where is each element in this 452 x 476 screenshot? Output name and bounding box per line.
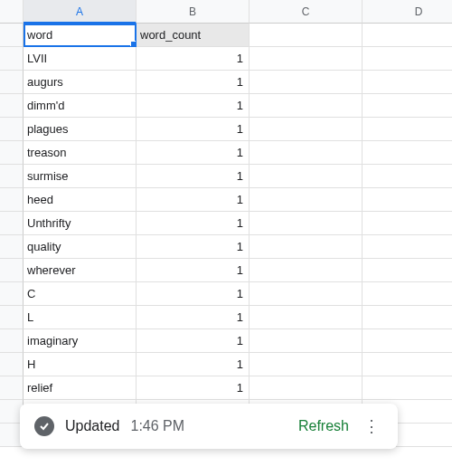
cell-empty[interactable]	[250, 329, 363, 353]
col-header-c[interactable]: C	[250, 0, 363, 24]
cell-empty[interactable]	[363, 353, 452, 376]
row-header[interactable]	[0, 329, 24, 353]
spreadsheet-grid[interactable]: A B C D word word_count LVII1augurs1dimm…	[0, 0, 452, 447]
cell-empty[interactable]	[363, 306, 452, 329]
cell-word[interactable]: wherever	[24, 259, 137, 282]
cell-count[interactable]: 1	[137, 188, 250, 212]
cell-empty[interactable]	[363, 259, 452, 282]
refresh-button[interactable]: Refresh	[298, 418, 349, 434]
row-header[interactable]	[0, 188, 24, 212]
row-header[interactable]	[0, 259, 24, 282]
col-header-b[interactable]: B	[137, 0, 250, 24]
cell-empty[interactable]	[250, 188, 363, 212]
cell-count[interactable]: 1	[137, 353, 250, 376]
cell-word[interactable]: dimm'd	[24, 94, 137, 118]
cell-word[interactable]: imaginary	[24, 329, 137, 353]
row-header[interactable]	[0, 141, 24, 165]
cell-a1[interactable]: word	[24, 24, 137, 47]
cell-empty[interactable]	[250, 306, 363, 329]
more-options-icon[interactable]: ⋮	[360, 418, 383, 434]
cell-empty[interactable]	[250, 141, 363, 165]
cell-count[interactable]: 1	[137, 376, 250, 400]
cell-count[interactable]: 1	[137, 47, 250, 71]
cell-empty[interactable]	[250, 47, 363, 71]
cell-empty[interactable]	[363, 118, 452, 141]
cell-empty[interactable]	[363, 212, 452, 235]
cell-empty[interactable]	[250, 259, 363, 282]
cell-empty[interactable]	[250, 118, 363, 141]
cell-empty[interactable]	[250, 212, 363, 235]
cell-empty[interactable]	[363, 376, 452, 400]
cell-word[interactable]: relief	[24, 376, 137, 400]
cell-word[interactable]: C	[24, 282, 137, 306]
toast-time: 1:46 PM	[131, 418, 185, 434]
cell-count[interactable]: 1	[137, 259, 250, 282]
row-header[interactable]	[0, 24, 24, 47]
cell-count[interactable]: 1	[137, 118, 250, 141]
col-header-a[interactable]: A	[24, 0, 137, 24]
row-header[interactable]	[0, 235, 24, 259]
row-header[interactable]	[0, 47, 24, 71]
col-header-d[interactable]: D	[363, 0, 452, 24]
cell-count[interactable]: 1	[137, 235, 250, 259]
cell-c1[interactable]	[250, 24, 363, 47]
status-toast: Updated 1:46 PM Refresh ⋮	[20, 404, 398, 449]
cell-empty[interactable]	[363, 94, 452, 118]
cell-b1[interactable]: word_count	[137, 24, 250, 47]
cell-count[interactable]: 1	[137, 141, 250, 165]
cell-count[interactable]: 1	[137, 282, 250, 306]
cell-d1[interactable]	[363, 24, 452, 47]
cell-empty[interactable]	[363, 329, 452, 353]
cell-empty[interactable]	[250, 235, 363, 259]
row-header[interactable]	[0, 376, 24, 400]
cell-word[interactable]: LVII	[24, 47, 137, 71]
cell-empty[interactable]	[363, 165, 452, 188]
cell-empty[interactable]	[250, 282, 363, 306]
cell-empty[interactable]	[363, 71, 452, 94]
row-header[interactable]	[0, 71, 24, 94]
cell-count[interactable]: 1	[137, 71, 250, 94]
cell-count[interactable]: 1	[137, 329, 250, 353]
cell-empty[interactable]	[250, 376, 363, 400]
cell-empty[interactable]	[363, 188, 452, 212]
cell-count[interactable]: 1	[137, 306, 250, 329]
cell-word[interactable]: surmise	[24, 165, 137, 188]
cell-word[interactable]: quality	[24, 235, 137, 259]
check-icon	[34, 416, 54, 436]
cell-word[interactable]: treason	[24, 141, 137, 165]
cell-empty[interactable]	[363, 235, 452, 259]
cell-empty[interactable]	[250, 165, 363, 188]
cell-empty[interactable]	[363, 141, 452, 165]
cell-word[interactable]: augurs	[24, 71, 137, 94]
cell-count[interactable]: 1	[137, 94, 250, 118]
cell-word[interactable]: L	[24, 306, 137, 329]
row-header[interactable]	[0, 212, 24, 235]
row-header[interactable]	[0, 94, 24, 118]
cell-word[interactable]: plagues	[24, 118, 137, 141]
cell-word[interactable]: heed	[24, 188, 137, 212]
cell-empty[interactable]	[363, 47, 452, 71]
cell-empty[interactable]	[250, 71, 363, 94]
row-header[interactable]	[0, 353, 24, 376]
cell-word[interactable]: Unthrifty	[24, 212, 137, 235]
cell-empty[interactable]	[250, 353, 363, 376]
row-header[interactable]	[0, 306, 24, 329]
row-header[interactable]	[0, 118, 24, 141]
row-header[interactable]	[0, 165, 24, 188]
cell-count[interactable]: 1	[137, 212, 250, 235]
cell-empty[interactable]	[363, 282, 452, 306]
cell-word[interactable]: H	[24, 353, 137, 376]
toast-status-label: Updated	[65, 418, 120, 434]
cell-count[interactable]: 1	[137, 165, 250, 188]
row-header[interactable]	[0, 282, 24, 306]
select-all-corner[interactable]	[0, 0, 24, 24]
cell-empty[interactable]	[250, 94, 363, 118]
